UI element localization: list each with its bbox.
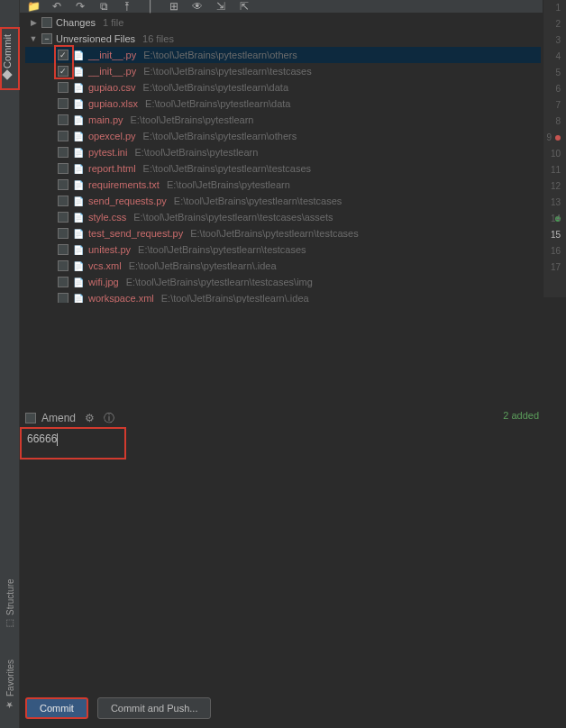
file-row[interactable]: 📄__init__.pyE:\tool\JetBrains\pytestlear… xyxy=(25,63,541,79)
commit-button[interactable]: Commit xyxy=(25,697,88,719)
gear-icon[interactable]: ⚙ xyxy=(85,412,95,424)
commit-message-text: 66666 xyxy=(27,432,57,445)
file-icon: 📄 xyxy=(72,227,85,240)
diff-icon[interactable]: ⧉ xyxy=(97,0,110,13)
expand-icon[interactable]: ⇱ xyxy=(238,0,251,13)
toolbar: 📁 ↶ ↷ ⧉ ⭱ │ ⊞ 👁 ⇲ ⇱ xyxy=(20,0,566,13)
file-row[interactable]: 📄main.pyE:\tool\JetBrains\pytestlearn xyxy=(25,112,541,128)
file-icon: 📄 xyxy=(72,259,85,272)
text-cursor xyxy=(57,433,58,446)
unversioned-count: 16 files xyxy=(142,33,174,44)
line-num: 12 xyxy=(543,178,561,195)
file-name: requirements.txt xyxy=(88,179,160,190)
unversioned-label: Unversioned Files xyxy=(56,33,135,44)
checkbox[interactable] xyxy=(58,98,68,109)
file-row[interactable]: 📄pytest.iniE:\tool\JetBrains\pytestlearn xyxy=(25,144,541,160)
checkbox[interactable] xyxy=(58,179,68,190)
file-row[interactable]: 📄test_send_request.pyE:\tool\JetBrains\p… xyxy=(25,225,541,241)
checkbox[interactable] xyxy=(58,212,68,223)
checkbox[interactable] xyxy=(58,260,68,271)
line-num: 5 xyxy=(543,65,561,81)
file-icon: 📄 xyxy=(72,130,85,142)
checkbox[interactable] xyxy=(41,17,52,28)
commit-tab[interactable]: Commit xyxy=(0,27,20,90)
checkbox[interactable] xyxy=(58,244,68,255)
file-row[interactable]: 📄opexcel.pyE:\tool\JetBrains\pytestlearn… xyxy=(25,128,541,144)
line-num: 3 xyxy=(543,32,561,49)
file-icon: 📄 xyxy=(72,292,85,303)
file-row[interactable]: 📄report.htmlE:\tool\JetBrains\pytestlear… xyxy=(25,160,541,177)
file-row[interactable]: 📄wifi.jpgE:\tool\JetBrains\pytestlearn\t… xyxy=(25,274,541,290)
file-icon: 📄 xyxy=(72,81,85,94)
folder-icon[interactable]: 📁 xyxy=(27,0,40,13)
upload-icon[interactable]: ⭱ xyxy=(121,0,133,13)
commit-icon xyxy=(2,70,12,80)
error-marker xyxy=(555,135,561,141)
checkbox[interactable] xyxy=(58,147,68,158)
file-row[interactable]: 📄__init__.pyE:\tool\JetBrains\pytestlear… xyxy=(25,47,541,63)
favorites-tab[interactable]: ★ Favorites xyxy=(0,658,20,712)
file-path: E:\tool\JetBrains\pytestlearn xyxy=(131,114,254,125)
file-row[interactable]: 📄unitest.pyE:\tool\JetBrains\pytestlearn… xyxy=(25,241,541,258)
file-icon: 📄 xyxy=(72,276,85,288)
checkbox[interactable] xyxy=(58,114,68,125)
chevron-right-icon[interactable]: ▶ xyxy=(29,18,38,27)
chevron-down-icon[interactable]: ▼ xyxy=(29,34,38,43)
checkbox[interactable] xyxy=(58,228,68,239)
file-name: __init__.py xyxy=(88,50,136,60)
checkbox[interactable] xyxy=(58,82,68,93)
line-num: 11 xyxy=(543,162,561,178)
structure-tab[interactable]: ⬚ Structure xyxy=(0,577,20,631)
file-icon: 📄 xyxy=(72,114,85,126)
checkbox[interactable] xyxy=(58,293,68,303)
line-num: 2 xyxy=(543,16,561,32)
collapse-icon[interactable]: ⇲ xyxy=(215,0,227,13)
unversioned-node[interactable]: ▼ − Unversioned Files 16 files xyxy=(25,31,541,47)
checkbox[interactable] xyxy=(58,163,68,174)
amend-checkbox[interactable] xyxy=(25,413,36,423)
checkbox[interactable] xyxy=(58,66,68,77)
checkbox[interactable] xyxy=(58,277,68,287)
line-num: 13 xyxy=(543,195,561,211)
file-row[interactable]: 📄style.cssE:\tool\JetBrains\pytestlearn\… xyxy=(25,209,541,225)
file-row[interactable]: 📄workspace.xmlE:\tool\JetBrains\pytestle… xyxy=(25,290,541,303)
commit-message-input[interactable]: 66666 xyxy=(20,427,126,460)
line-num: 10 xyxy=(543,146,561,162)
file-name: gupiao.csv xyxy=(88,82,136,93)
line-num: 4 xyxy=(543,49,561,65)
file-icon: 📄 xyxy=(72,211,85,223)
file-path: E:\tool\JetBrains\pytestlearn\testcases xyxy=(138,244,306,255)
line-num: 6 xyxy=(543,81,561,97)
file-path: E:\tool\JetBrains\pytestlearn\testcases xyxy=(174,196,342,206)
file-icon: 📄 xyxy=(72,178,85,191)
file-icon: 📄 xyxy=(72,49,85,61)
changes-node[interactable]: ▶ Changes 1 file xyxy=(25,14,541,31)
line-num: 17 xyxy=(543,259,561,276)
amend-label: Amend xyxy=(41,412,76,424)
line-num: 1 xyxy=(543,0,561,16)
eye-icon[interactable]: 👁 xyxy=(191,0,204,13)
checkbox[interactable] xyxy=(58,196,68,206)
redo-icon[interactable]: ↷ xyxy=(74,0,87,13)
file-name: style.css xyxy=(88,212,126,223)
file-icon: 📄 xyxy=(72,146,85,159)
file-path: E:\tool\JetBrains\pytestlearn\testcases xyxy=(190,228,358,239)
file-icon: 📄 xyxy=(72,65,85,77)
file-row[interactable]: 📄gupiao.csvE:\tool\JetBrains\pytestlearn… xyxy=(25,79,541,96)
file-name: unitest.py xyxy=(88,244,131,255)
checkbox[interactable] xyxy=(58,131,68,141)
undo-icon[interactable]: ↶ xyxy=(50,0,63,13)
structure-label: Structure xyxy=(5,578,15,615)
changes-tree: ▶ Changes 1 file ▼ − Unversioned Files 1… xyxy=(25,14,541,303)
group-icon[interactable]: ⊞ xyxy=(168,0,180,13)
file-row[interactable]: 📄vcs.xmlE:\tool\JetBrains\pytestlearn\.i… xyxy=(25,258,541,274)
file-row[interactable]: 📄gupiao.xlsxE:\tool\JetBrains\pytestlear… xyxy=(25,96,541,112)
info-icon[interactable]: ⓘ xyxy=(104,411,114,426)
file-row[interactable]: 📄requirements.txtE:\tool\JetBrains\pytes… xyxy=(25,177,541,193)
file-path: E:\tool\JetBrains\pytestlearn\.idea xyxy=(161,293,309,303)
commit-push-button[interactable]: Commit and Push... xyxy=(97,697,212,719)
checkbox[interactable] xyxy=(58,50,68,60)
checkbox[interactable]: − xyxy=(41,33,52,44)
file-row[interactable]: 📄send_requests.pyE:\tool\JetBrains\pytes… xyxy=(25,193,541,209)
favorites-icon: ★ xyxy=(5,700,15,710)
